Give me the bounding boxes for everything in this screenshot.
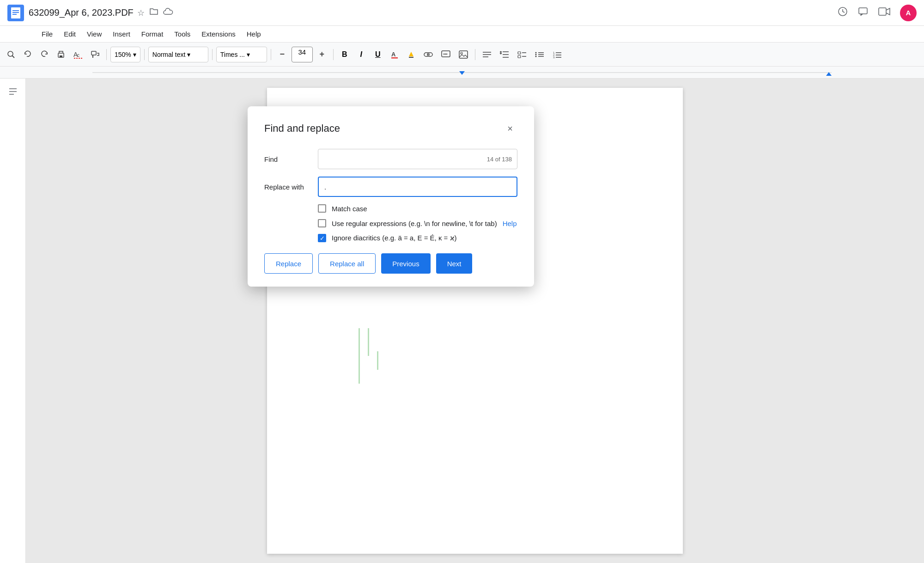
svg-text:A: A (391, 51, 396, 58)
menu-format[interactable]: Format (137, 28, 168, 40)
font-select[interactable]: Times ... ▾ (216, 47, 267, 62)
svg-point-8 (8, 51, 13, 56)
title-bar: 632099_Apr 6, 2023.PDF ☆ (0, 0, 924, 26)
ignore-diacritics-checkbox[interactable] (318, 234, 326, 242)
style-chevron: ▾ (187, 51, 190, 58)
font-size-increase[interactable]: + (315, 46, 329, 63)
svg-line-9 (12, 55, 15, 58)
font-size-box[interactable]: 34 (292, 47, 313, 62)
style-value: Normal text (152, 51, 186, 58)
svg-rect-14 (91, 51, 96, 55)
highlight-button[interactable] (404, 46, 419, 63)
paint-format-button[interactable] (88, 46, 103, 63)
user-avatar[interactable]: A (900, 5, 917, 21)
separator-4 (271, 49, 271, 60)
menu-bar: File Edit View Insert Format Tools Exten… (0, 26, 924, 43)
search-button[interactable] (4, 46, 18, 63)
find-count: 14 of 138 (487, 156, 512, 163)
replace-input[interactable] (318, 177, 517, 197)
svg-point-40 (535, 55, 536, 57)
dialog-buttons: Replace Replace all Previous Next (264, 253, 517, 274)
menu-file[interactable]: File (37, 28, 57, 40)
insert-image-button[interactable] (456, 46, 471, 63)
spellcheck-button[interactable]: A c (70, 46, 86, 63)
menu-extensions[interactable]: Extensions (197, 28, 240, 40)
numbered-list-button[interactable]: 1. 2. 3. (549, 46, 565, 63)
history-icon[interactable] (837, 6, 848, 19)
title-bar-right: A (837, 5, 917, 21)
regex-checkbox[interactable] (318, 219, 326, 227)
left-sidebar: 1 2 3 (0, 79, 26, 563)
svg-rect-6 (859, 8, 867, 14)
ignore-diacritics-label: Ignore diacritics (e.g. ä = a, E = É, κ … (332, 234, 457, 242)
menu-view[interactable]: View (82, 28, 106, 40)
undo-button[interactable] (20, 46, 35, 63)
menu-insert[interactable]: Insert (108, 28, 135, 40)
separator-1 (106, 49, 107, 60)
previous-button[interactable]: Previous (381, 253, 430, 274)
print-button[interactable] (54, 46, 68, 63)
toolbar: A c 150% ▾ Normal text ▾ Times ... ▾ − 3… (0, 43, 924, 67)
svg-rect-34 (518, 55, 521, 58)
next-button[interactable]: Next (436, 253, 473, 274)
redo-button[interactable] (37, 46, 52, 63)
svg-rect-15 (92, 55, 93, 58)
match-case-checkbox[interactable] (318, 204, 326, 213)
separator-2 (144, 49, 145, 60)
menu-help[interactable]: Help (242, 28, 266, 40)
svg-rect-11 (60, 55, 62, 57)
checklist-button[interactable] (514, 46, 530, 63)
cloud-icon[interactable] (163, 8, 173, 18)
find-label: Find (264, 155, 310, 163)
menu-tools[interactable]: Tools (170, 28, 195, 40)
zoom-chevron: ▾ (133, 51, 136, 58)
replace-button[interactable]: Replace (264, 253, 313, 274)
match-case-label: Match case (332, 205, 367, 213)
align-button[interactable] (479, 46, 495, 63)
bullet-list-button[interactable] (532, 46, 547, 63)
dialog-close-button[interactable]: × (503, 121, 517, 136)
zoom-select[interactable]: 150% ▾ (110, 47, 140, 62)
line-spacing-button[interactable] (497, 46, 512, 63)
replace-all-button[interactable]: Replace all (318, 253, 376, 274)
find-replace-dialog: Find and replace × Find 14 of 138 Replac… (248, 106, 534, 287)
ruler (0, 67, 924, 79)
regex-help-link[interactable]: Help (503, 220, 517, 227)
font-value: Times ... (220, 51, 245, 58)
svg-text:c: c (77, 53, 79, 58)
svg-rect-32 (518, 52, 521, 54)
style-select[interactable]: Normal text ▾ (148, 47, 208, 62)
green-bar-4 (377, 351, 378, 370)
find-input-wrapper: 14 of 138 (318, 149, 517, 169)
replace-label: Replace with (264, 183, 310, 191)
bold-button[interactable]: B (337, 47, 352, 62)
menu-edit[interactable]: Edit (59, 28, 80, 40)
separator-5 (333, 49, 334, 60)
svg-point-38 (535, 54, 536, 55)
green-bar-3 (368, 328, 369, 356)
doc-icon (7, 5, 24, 21)
meet-icon[interactable] (878, 7, 891, 18)
find-row: Find 14 of 138 (264, 149, 517, 169)
main-area: 1 2 3 CLASSIC SAME DAY BLINDS, LLC 2801 … (0, 79, 924, 563)
separator-6 (475, 49, 475, 60)
dialog-options: Match case Use regular expressions (e.g.… (318, 204, 517, 242)
font-chevron: ▾ (247, 51, 250, 58)
folder-icon[interactable] (149, 7, 158, 18)
link-button[interactable] (420, 46, 436, 63)
underline-button[interactable]: U (371, 47, 385, 62)
svg-rect-7 (879, 8, 886, 15)
page-area[interactable]: CLASSIC SAME DAY BLINDS, LLC 2801 Brashe… (26, 79, 924, 563)
text-color-button[interactable]: A (387, 46, 402, 63)
italic-button[interactable]: I (354, 47, 369, 62)
svg-rect-18 (409, 57, 413, 58)
ignore-diacritics-option: Ignore diacritics (e.g. ä = a, E = É, κ … (318, 234, 517, 242)
document-title: 632099_Apr 6, 2023.PDF (29, 7, 134, 18)
font-size-decrease[interactable]: − (275, 46, 290, 63)
star-icon[interactable]: ☆ (137, 8, 145, 18)
svg-rect-24 (459, 51, 468, 58)
svg-text:3.: 3. (553, 56, 555, 59)
comment-icon[interactable] (857, 6, 869, 19)
dialog-header: Find and replace × (264, 121, 517, 136)
add-comment-button[interactable] (438, 46, 454, 63)
